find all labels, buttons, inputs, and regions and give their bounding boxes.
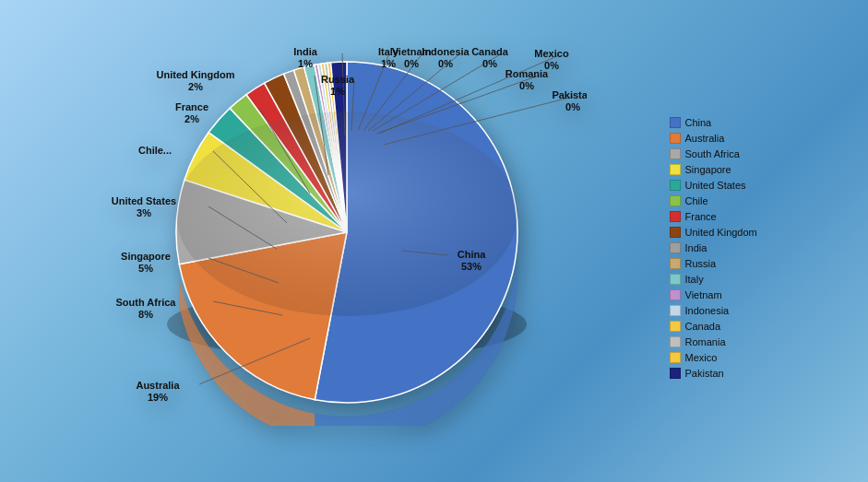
- svg-text:1%: 1%: [298, 58, 313, 69]
- svg-text:0%: 0%: [544, 60, 559, 71]
- svg-text:0%: 0%: [565, 101, 580, 112]
- legend-label-text: United Kingdom: [685, 227, 757, 238]
- svg-text:China: China: [457, 249, 485, 260]
- legend-label-text: Canada: [685, 321, 721, 332]
- legend-item-indonesia: Indonesia: [670, 305, 808, 316]
- svg-text:1%: 1%: [381, 58, 396, 69]
- svg-text:Singapore: Singapore: [121, 251, 171, 262]
- svg-text:8%: 8%: [138, 309, 153, 320]
- legend-item-united-states: United States: [670, 180, 808, 191]
- legend-color-box: [670, 180, 681, 191]
- svg-text:India: India: [293, 46, 318, 57]
- legend-area: ChinaAustraliaSouth AfricaSingaporeUnite…: [660, 99, 808, 383]
- legend-color-box: [670, 164, 681, 175]
- legend-item-italy: Italy: [670, 274, 808, 285]
- legend-label-text: China: [685, 117, 712, 128]
- legend-item-canada: Canada: [670, 321, 808, 332]
- legend-item-russia: Russia: [670, 258, 808, 269]
- legend-label-text: Russia: [685, 258, 717, 269]
- legend-item-france: France: [670, 211, 808, 222]
- svg-text:1%: 1%: [330, 86, 345, 97]
- legend-color-box: [670, 133, 681, 144]
- svg-text:5%: 5%: [138, 263, 153, 274]
- legend-color-box: [670, 336, 681, 347]
- svg-text:Mexico: Mexico: [534, 48, 569, 59]
- legend-item-romania: Romania: [670, 336, 808, 347]
- svg-text:United Kingdom: United Kingdom: [156, 69, 234, 80]
- legend-item-mexico: Mexico: [670, 352, 808, 363]
- svg-text:France: France: [174, 101, 208, 112]
- legend-item-india: India: [670, 242, 808, 253]
- chart-container: China53%Australia19%South Africa8%Singap…: [0, 0, 868, 482]
- legend-color-box: [670, 117, 681, 128]
- svg-text:3%: 3%: [137, 207, 151, 218]
- svg-text:Chile...: Chile...: [137, 145, 171, 156]
- svg-text:Pakistan: Pakistan: [552, 89, 587, 100]
- legend-item-singapore: Singapore: [670, 164, 808, 175]
- legend-item-china: China: [670, 117, 808, 128]
- legend-label-text: Indonesia: [685, 305, 730, 316]
- legend-color-box: [670, 195, 681, 206]
- legend-label-text: Chile: [685, 195, 708, 206]
- legend-color-box: [670, 305, 681, 316]
- legend-color-box: [670, 368, 681, 379]
- legend-label-text: Australia: [685, 133, 725, 144]
- legend-color-box: [670, 227, 681, 238]
- legend-label-text: South Africa: [685, 148, 740, 159]
- legend-color-box: [670, 352, 681, 363]
- legend-item-vietnam: Vietnam: [670, 289, 808, 300]
- svg-text:19%: 19%: [147, 392, 167, 403]
- svg-text:Russia: Russia: [320, 74, 354, 85]
- pie-chart-svg: China53%Australia19%South Africa8%Singap…: [107, 39, 587, 426]
- svg-text:0%: 0%: [438, 58, 453, 69]
- svg-text:Australia: Australia: [136, 380, 180, 391]
- legend-label-text: France: [685, 211, 717, 222]
- svg-text:2%: 2%: [188, 81, 203, 92]
- svg-text:0%: 0%: [482, 58, 497, 69]
- svg-text:Canada: Canada: [471, 46, 509, 57]
- legend-color-box: [670, 211, 681, 222]
- legend-label-text: Romania: [685, 336, 726, 347]
- legend-label-text: India: [685, 242, 707, 253]
- legend-item-south-africa: South Africa: [670, 148, 808, 159]
- pie-area: China53%Australia19%South Africa8%Singap…: [61, 11, 660, 472]
- legend-color-box: [670, 321, 681, 332]
- legend-label-text: Vietnam: [685, 289, 722, 300]
- legend-color-box: [670, 289, 681, 300]
- legend-label-text: United States: [685, 180, 746, 191]
- svg-text:Indonesia: Indonesia: [422, 46, 470, 57]
- legend-item-australia: Australia: [670, 133, 808, 144]
- legend-label-text: Mexico: [685, 352, 718, 363]
- svg-text:53%: 53%: [460, 261, 481, 272]
- svg-text:Romania: Romania: [505, 68, 548, 79]
- legend-item-pakistan: Pakistan: [670, 368, 808, 379]
- svg-text:South Africa: South Africa: [115, 297, 176, 308]
- svg-text:United States: United States: [111, 195, 175, 206]
- svg-text:2%: 2%: [184, 113, 199, 124]
- legend-item-chile: Chile: [670, 195, 808, 206]
- legend-label-text: Pakistan: [685, 368, 724, 379]
- legend-color-box: [670, 258, 681, 269]
- legend-color-box: [670, 148, 681, 159]
- svg-text:0%: 0%: [519, 80, 534, 91]
- legend-color-box: [670, 274, 681, 285]
- legend-item-united-kingdom: United Kingdom: [670, 227, 808, 238]
- pie-wrapper: China53%Australia19%South Africa8%Singap…: [107, 39, 587, 426]
- legend-color-box: [670, 242, 681, 253]
- legend-label-text: Singapore: [685, 164, 731, 175]
- legend-label-text: Italy: [685, 274, 704, 285]
- svg-text:0%: 0%: [404, 58, 419, 69]
